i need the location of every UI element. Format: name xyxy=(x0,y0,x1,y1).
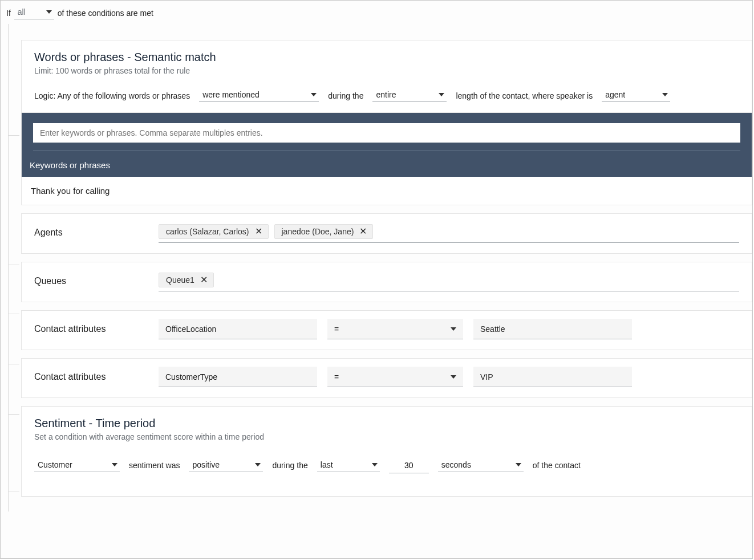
queues-chip-input[interactable]: Queue1 ✕ xyxy=(159,270,739,291)
semantic-title: Words or phrases - Semantic match xyxy=(34,51,739,64)
connector-rail xyxy=(1,24,21,512)
polarity-select[interactable]: positive xyxy=(189,459,263,472)
chip-text: janedoe (Doe, Jane) xyxy=(282,227,354,236)
chevron-down-icon xyxy=(46,10,52,14)
scope-select[interactable]: entire xyxy=(372,89,447,102)
mentioned-select[interactable]: were mentioned xyxy=(199,89,319,102)
mentioned-value: were mentioned xyxy=(202,90,260,99)
keywords-table-header: Keywords or phrases xyxy=(22,153,752,177)
attr-label: Contact attributes xyxy=(34,372,148,382)
queues-card: Queues Queue1 ✕ xyxy=(21,262,752,302)
when-select[interactable]: last xyxy=(317,459,380,472)
chevron-down-icon xyxy=(112,463,117,466)
chevron-down-icon xyxy=(451,375,456,379)
condition-suffix: of these conditions are met xyxy=(58,9,153,18)
party-select[interactable]: Customer xyxy=(34,459,120,472)
attr-operator-select[interactable]: = xyxy=(327,367,463,387)
during-label: during the xyxy=(328,91,363,100)
contact-attr-card: Contact attributes = xyxy=(21,310,752,350)
attr-operator-value: = xyxy=(334,372,339,382)
attr-key-input[interactable] xyxy=(159,319,317,339)
rule-body: Words or phrases - Semantic match Limit:… xyxy=(1,24,752,512)
attr-key-input[interactable] xyxy=(159,367,317,387)
chip-text: carlos (Salazar, Carlos) xyxy=(166,227,249,236)
semantic-logic-row: Logic: Any of the following words or phr… xyxy=(34,89,739,102)
sentiment-suffix: of the contact xyxy=(533,461,581,470)
semantic-match-card: Words or phrases - Semantic match Limit:… xyxy=(21,40,752,205)
scope-value: entire xyxy=(376,90,396,99)
length-label: length of the contact, where speaker is xyxy=(456,91,593,100)
agent-chip: janedoe (Doe, Jane) ✕ xyxy=(274,224,374,239)
sentiment-subtitle: Set a condition with average sentiment s… xyxy=(34,432,739,441)
chevron-down-icon xyxy=(451,327,456,331)
agents-card: Agents carlos (Salazar, Carlos) ✕ janedo… xyxy=(21,213,752,254)
chevron-down-icon xyxy=(516,463,521,466)
chevron-down-icon xyxy=(255,463,261,466)
duration-input[interactable] xyxy=(389,457,429,473)
attr-value-input[interactable] xyxy=(473,367,632,387)
condition-mode-select[interactable]: all xyxy=(14,6,54,19)
close-icon[interactable]: ✕ xyxy=(358,227,368,236)
party-value: Customer xyxy=(38,460,72,469)
keyword-row[interactable]: Thank you for calling xyxy=(22,177,752,205)
speaker-select[interactable]: agent xyxy=(602,89,670,102)
chip-text: Queue1 xyxy=(166,275,194,285)
sentiment-card: Sentiment - Time period Set a condition … xyxy=(21,406,752,497)
rule-builder-frame: If all of these conditions are met Words… xyxy=(0,0,753,559)
attr-operator-select[interactable]: = xyxy=(327,319,463,339)
attr-operator-value: = xyxy=(334,324,339,334)
chevron-down-icon xyxy=(311,93,317,96)
polarity-value: positive xyxy=(192,460,219,469)
attr-label: Contact attributes xyxy=(34,324,148,334)
chevron-down-icon xyxy=(439,93,444,96)
agents-chip-input[interactable]: carlos (Salazar, Carlos) ✕ janedoe (Doe,… xyxy=(159,222,739,243)
chevron-down-icon xyxy=(662,93,668,96)
speaker-value: agent xyxy=(605,90,625,99)
agents-label: Agents xyxy=(34,228,148,238)
queues-label: Queues xyxy=(34,276,148,286)
agent-chip: carlos (Salazar, Carlos) ✕ xyxy=(159,224,269,239)
condition-mode-value: all xyxy=(18,7,26,17)
condition-header: If all of these conditions are met xyxy=(1,1,752,24)
keywords-input-area xyxy=(22,113,752,153)
close-icon[interactable]: ✕ xyxy=(199,275,209,285)
queue-chip: Queue1 ✕ xyxy=(159,273,214,287)
sentiment-was-label: sentiment was xyxy=(129,461,180,470)
keywords-block: Keywords or phrases Thank you for callin… xyxy=(22,112,752,205)
semantic-subtitle: Limit: 100 words or phrases total for th… xyxy=(34,66,739,75)
sentiment-during-label: during the xyxy=(272,461,307,470)
close-icon[interactable]: ✕ xyxy=(254,227,264,236)
unit-value: seconds xyxy=(441,460,471,469)
unit-select[interactable]: seconds xyxy=(438,459,524,472)
contact-attr-card: Contact attributes = xyxy=(21,358,752,398)
if-label: If xyxy=(6,9,11,18)
attr-value-input[interactable] xyxy=(473,319,632,339)
sentiment-title: Sentiment - Time period xyxy=(34,417,739,430)
logic-prefix: Logic: Any of the following words or phr… xyxy=(34,91,190,100)
cards-column: Words or phrases - Semantic match Limit:… xyxy=(21,24,752,512)
when-value: last xyxy=(321,460,333,469)
keywords-input[interactable] xyxy=(33,123,740,143)
chevron-down-icon xyxy=(372,463,378,466)
sentiment-logic-row: Customer sentiment was positive during t… xyxy=(34,457,739,473)
